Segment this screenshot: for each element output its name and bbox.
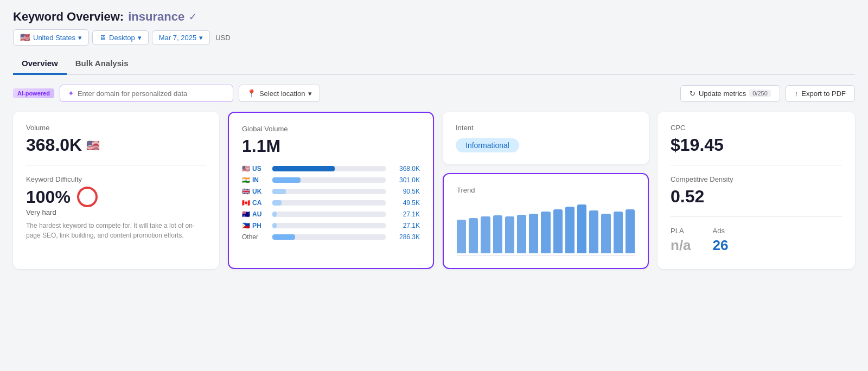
device-label: Desktop	[109, 34, 135, 42]
country-code-CA: CA	[252, 199, 261, 207]
country-code-PH: PH	[252, 222, 261, 229]
pla-value: n/a	[671, 237, 691, 254]
country-flag-IN: 🇮🇳	[242, 176, 250, 184]
export-label: Export to PDF	[801, 89, 846, 98]
country-code-IN: IN	[252, 176, 259, 184]
difficulty-circle-icon	[77, 187, 98, 207]
bar-country-UK: 🇬🇧 UK	[242, 188, 268, 195]
trend-bar-item	[601, 214, 610, 253]
verified-icon: ✓	[189, 11, 197, 23]
bar-fill-US	[272, 166, 335, 171]
trend-bar-item	[553, 209, 563, 253]
bar-track-UK	[272, 189, 386, 194]
bar-track-CA	[272, 200, 386, 206]
bar-value-IN: 301.0K	[390, 176, 420, 184]
trend-label: Trend	[457, 186, 635, 194]
pla-ads-row: PLA n/a Ads 26	[671, 227, 842, 254]
desktop-icon: 🖥	[99, 34, 106, 42]
country-flag: 🇺🇸	[20, 33, 30, 42]
comp-density-value: 0.52	[671, 187, 842, 207]
bar-country-IN: 🇮🇳 IN	[242, 176, 268, 184]
trend-bar-item	[457, 220, 466, 253]
volume-value: 368.0K 🇺🇸	[26, 135, 206, 155]
country-label: United States	[33, 34, 75, 42]
bar-value-US: 368.0K	[390, 165, 420, 172]
country-bar-row: 🇵🇭 PH 27.1K	[242, 222, 420, 229]
country-code-UK: UK	[252, 188, 261, 195]
keyword-title: insurance	[128, 10, 184, 24]
country-bar-row: 🇺🇸 US 368.0K	[242, 165, 420, 172]
trend-card: Trend	[443, 173, 649, 269]
bar-fill-AU	[272, 212, 277, 217]
trend-bar-item	[541, 212, 550, 253]
sparkle-icon: ✦	[68, 89, 74, 98]
tabs-nav: Overview Bulk Analysis	[13, 54, 855, 75]
intent-label: Intent	[456, 124, 636, 132]
date-filter[interactable]: Mar 7, 2025 ▾	[152, 30, 210, 45]
chevron-down-icon: ▾	[138, 34, 142, 42]
update-metrics-button[interactable]: ↻ Update metrics 0/250	[680, 85, 780, 102]
chevron-down-icon: ▾	[199, 34, 203, 42]
tab-bulk-analysis[interactable]: Bulk Analysis	[67, 54, 137, 75]
ads-section: Ads 26	[713, 227, 729, 254]
trend-bar-item	[469, 218, 478, 253]
country-bar-row: 🇨🇦 CA 49.5K	[242, 199, 420, 207]
trend-bar-item	[529, 214, 538, 253]
update-label: Update metrics	[699, 89, 746, 98]
bar-country-US: 🇺🇸 US	[242, 165, 268, 172]
cards-grid: Volume 368.0K 🇺🇸 Keyword Difficulty 100%…	[13, 112, 855, 269]
country-flag-PH: 🇵🇭	[242, 222, 250, 229]
volume-label: Volume	[26, 124, 206, 132]
toolbar: AI-powered ✦ 📍 Select location ▾ ↻ Updat…	[13, 85, 855, 102]
bar-track-US	[272, 166, 386, 171]
chevron-down-icon: ▾	[78, 34, 82, 42]
difficulty-description: The hardest keyword to compete for. It w…	[26, 221, 206, 240]
domain-input[interactable]	[78, 89, 225, 98]
refresh-icon: ↻	[690, 89, 695, 98]
trend-bar-item	[517, 215, 526, 253]
cpc-label: CPC	[671, 124, 842, 132]
difficulty-value: 100%	[26, 187, 206, 207]
other-row: Other 286.3K	[242, 233, 420, 241]
bar-value-AU: 27.1K	[390, 210, 420, 218]
location-icon: 📍	[247, 89, 256, 98]
volume-difficulty-card: Volume 368.0K 🇺🇸 Keyword Difficulty 100%…	[13, 112, 219, 269]
trend-bar-item	[493, 215, 502, 253]
ai-badge: AI-powered	[13, 88, 54, 98]
location-label: Select location	[259, 89, 305, 98]
chevron-down-icon: ▾	[308, 89, 312, 98]
bar-fill-UK	[272, 189, 286, 194]
export-icon: ↑	[795, 89, 799, 98]
bar-value-CA: 49.5K	[390, 199, 420, 207]
trend-bar-item	[577, 204, 586, 253]
intent-badge: Informational	[456, 138, 519, 152]
bar-fill-PH	[272, 223, 277, 228]
country-flag-UK: 🇬🇧	[242, 188, 250, 195]
other-label: Other	[242, 233, 268, 241]
intent-card: Intent Informational	[443, 112, 649, 164]
tab-overview[interactable]: Overview	[13, 54, 67, 75]
domain-input-wrapper: ✦	[60, 85, 233, 102]
ads-label: Ads	[713, 227, 729, 235]
location-select-button[interactable]: 📍 Select location ▾	[239, 85, 321, 102]
bar-fill-CA	[272, 200, 282, 206]
country-flag-AU: 🇦🇺	[242, 210, 250, 218]
global-volume-label: Global Volume	[242, 125, 420, 133]
country-code-US: US	[252, 165, 261, 172]
country-bar-row: 🇮🇳 IN 301.0K	[242, 176, 420, 184]
country-filter[interactable]: 🇺🇸 United States ▾	[13, 29, 89, 46]
device-filter[interactable]: 🖥 Desktop ▾	[92, 30, 149, 45]
global-volume-card: Global Volume 1.1M 🇺🇸 US 368.0K 🇮🇳 IN 30…	[228, 112, 434, 269]
trend-bar-item	[505, 216, 514, 253]
country-flag-CA: 🇨🇦	[242, 199, 250, 207]
other-bar-value: 286.3K	[390, 233, 420, 241]
bar-track-PH	[272, 223, 386, 228]
other-bar-track	[272, 234, 386, 240]
country-flag-US: 🇺🇸	[242, 165, 250, 172]
global-volume-value: 1.1M	[242, 136, 420, 156]
export-pdf-button[interactable]: ↑ Export to PDF	[786, 85, 855, 102]
bar-value-UK: 90.5K	[390, 188, 420, 195]
ads-value: 26	[713, 237, 729, 254]
trend-bar-item	[614, 212, 623, 253]
middle-column: Intent Informational Trend	[443, 112, 649, 269]
